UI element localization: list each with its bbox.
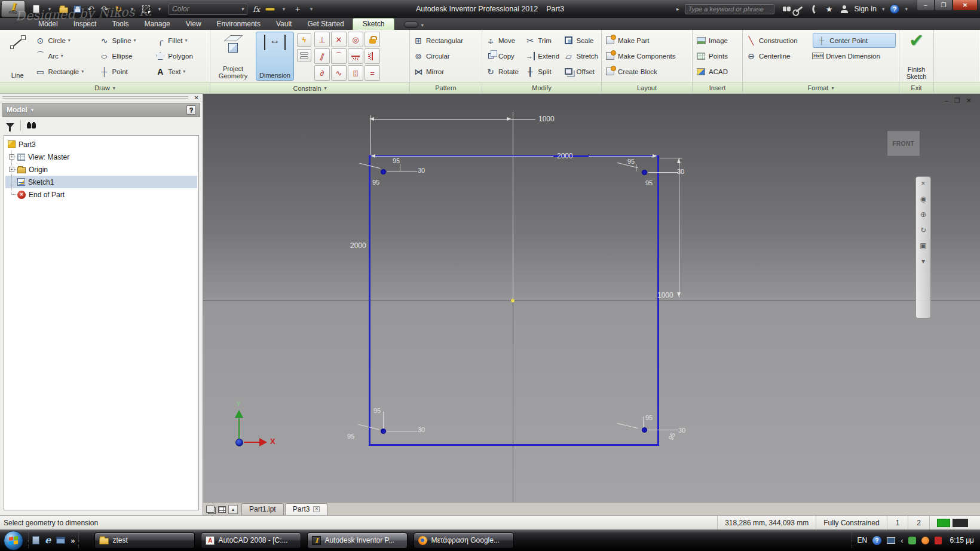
doc-minimize-icon[interactable]: – <box>945 97 948 105</box>
panel-label-constrain[interactable]: Constrain▾ <box>210 82 409 93</box>
panel-label-draw[interactable]: Draw▾ <box>0 82 210 93</box>
tab-inspect[interactable]: Inspect <box>66 19 104 30</box>
tray-antivirus-icon[interactable] <box>908 537 916 544</box>
mirror-button[interactable]: ⋈Mirror <box>413 64 463 79</box>
ribbon-display-dropdown[interactable]: ▾ <box>421 22 424 28</box>
tab-model[interactable]: Model <box>31 19 65 30</box>
adjust-button[interactable]: + <box>293 4 302 14</box>
circle-dropdown[interactable]: ▾ <box>68 38 71 43</box>
redo-button[interactable]: ↷ <box>100 4 109 14</box>
corner-dim-30[interactable]: 30 <box>678 427 685 434</box>
help-dropdown[interactable]: ▾ <box>905 6 908 12</box>
move-button[interactable]: ↔↕Move <box>485 33 522 48</box>
panel-label-modify[interactable]: Modify <box>482 82 601 93</box>
dimension-label-1000-right[interactable]: 1000 <box>657 291 673 299</box>
doc-tab-part1[interactable]: Part1.ipt <box>241 503 284 515</box>
tray-app-icon-orange[interactable] <box>921 537 929 544</box>
circular-pattern-button[interactable]: ⊚Circular <box>413 48 463 63</box>
appearance-dropdown[interactable]: ▾ <box>279 4 289 14</box>
show-constraints-button[interactable] <box>297 49 311 62</box>
arc-dropdown[interactable]: ▾ <box>61 53 63 59</box>
start-button[interactable] <box>4 531 23 550</box>
tile-windows-icon[interactable] <box>218 506 226 513</box>
origin-point[interactable] <box>511 299 514 302</box>
corner-dim-95[interactable]: 95 <box>393 157 400 164</box>
sketch-point[interactable] <box>381 428 386 434</box>
update-dropdown[interactable]: ▾ <box>127 4 137 14</box>
polygon-button[interactable]: Polygon <box>155 48 207 63</box>
expand-icon[interactable]: + <box>9 167 14 172</box>
panel-label-pattern[interactable]: Pattern <box>410 82 482 93</box>
subscription-key-icon[interactable] <box>795 4 804 14</box>
perpendicular-constraint-button[interactable]: ⊥ <box>314 32 330 47</box>
tree-item-sketch1[interactable]: Sketch1 <box>5 176 197 188</box>
taskbar-button-autocad[interactable]: A AutoCAD 2008 - [C:... <box>201 532 301 549</box>
corner-dim-95[interactable]: 95 <box>373 407 381 414</box>
graphics-canvas[interactable]: 1000 2000 2000 1000 95 <box>203 94 980 502</box>
horizontal-constraint-button[interactable] <box>348 48 363 64</box>
language-indicator[interactable]: EN <box>857 536 867 544</box>
extend-button[interactable]: →Extend <box>525 48 560 63</box>
navbar-more-icon[interactable]: ▾ <box>921 257 925 265</box>
taskbar-button-ztest[interactable]: ztest <box>94 532 195 549</box>
stretch-button[interactable]: ▱Stretch <box>564 48 598 63</box>
browser-header-dropdown-icon[interactable]: ▾ <box>31 107 34 113</box>
doc-tab-part3[interactable]: Part3 ✕ <box>285 503 327 515</box>
browser-close-icon[interactable]: ✕ <box>194 94 199 101</box>
rectangular-pattern-button[interactable]: ⊞Rectangular <box>413 33 463 48</box>
coincident-constraint-button[interactable]: ✕ <box>331 32 347 47</box>
window-switcher-icon[interactable] <box>56 537 65 544</box>
copy-button[interactable]: Copy <box>485 48 522 63</box>
look-at-icon[interactable]: ▣ <box>920 241 926 250</box>
new-file-dropdown[interactable]: ▾ <box>45 4 54 14</box>
text-button[interactable]: AText▾ <box>155 64 207 79</box>
tree-item-part3[interactable]: Part3 <box>5 138 197 151</box>
rotate-button[interactable]: ↻Rotate <box>485 64 522 79</box>
corner-dim-30[interactable]: 30 <box>677 168 684 175</box>
text-dropdown[interactable]: ▾ <box>183 69 185 74</box>
panel-label-layout[interactable]: Layout <box>602 82 692 93</box>
show-desktop-icon[interactable] <box>32 536 39 544</box>
sketch-point[interactable] <box>642 427 647 433</box>
vertical-constraint-button[interactable] <box>365 48 380 64</box>
corner-dim-30[interactable]: 30 <box>418 167 425 174</box>
search-expand-icon[interactable]: ▸ <box>676 6 679 12</box>
dimension-button[interactable]: ↔ Dimension <box>256 32 294 81</box>
dimension-label-2000-left[interactable]: 2000 <box>350 241 366 250</box>
centerline-button[interactable]: ⊖Centerline <box>746 48 810 63</box>
select-button[interactable] <box>141 4 151 14</box>
equal-constraint-button[interactable]: = <box>365 65 380 81</box>
parallel-constraint-button[interactable]: ∥ <box>314 48 330 64</box>
tray-expand-icon[interactable]: ‹ <box>901 536 903 545</box>
symmetry-curve-constraint-button[interactable]: ∿ <box>331 65 347 81</box>
tab-sketch[interactable]: Sketch <box>353 18 395 30</box>
orbit-icon[interactable]: ↻ <box>920 226 926 234</box>
corner-dim-95[interactable]: 95 <box>645 414 653 421</box>
tray-help-icon[interactable]: ? <box>872 536 881 545</box>
doc-tab-close-icon[interactable]: ✕ <box>313 506 320 512</box>
offset-button[interactable]: Offset <box>564 64 598 79</box>
save-button[interactable] <box>72 4 82 14</box>
panel-label-insert[interactable]: Insert <box>693 82 742 93</box>
tab-tools[interactable]: Tools <box>105 19 136 30</box>
update-button[interactable]: ↻ <box>114 4 123 14</box>
browser-search-icon[interactable] <box>27 123 31 128</box>
new-file-button[interactable] <box>31 4 41 14</box>
browser-help-icon[interactable]: ? <box>186 105 196 115</box>
favorites-star-icon[interactable]: ★ <box>825 4 834 14</box>
make-components-button[interactable]: Make Components <box>605 48 676 63</box>
spline-dropdown[interactable]: ▾ <box>134 38 136 43</box>
dimension-label-1000-top[interactable]: 1000 <box>538 115 555 123</box>
panel-label-format[interactable]: Format▾ <box>743 82 899 93</box>
corner-dim-95[interactable]: 95 <box>645 179 653 186</box>
corner-dim-95[interactable]: 95 <box>667 431 676 441</box>
taskbar-button-inventor[interactable]: I Autodesk Inventor P... <box>307 532 408 549</box>
insert-points-button[interactable]: Points <box>696 48 728 63</box>
tree-item-view-master[interactable]: + View: Master <box>5 151 197 163</box>
undo-button[interactable]: ↶ <box>86 4 96 14</box>
panel-label-exit[interactable]: Exit <box>899 82 933 93</box>
tree-item-end-of-part[interactable]: ✕ End of Part <box>5 188 197 201</box>
fillet-button[interactable]: ╭Fillet▾ <box>155 33 207 48</box>
insert-image-button[interactable]: Image <box>696 33 728 48</box>
close-button[interactable]: ✕ <box>953 0 978 11</box>
